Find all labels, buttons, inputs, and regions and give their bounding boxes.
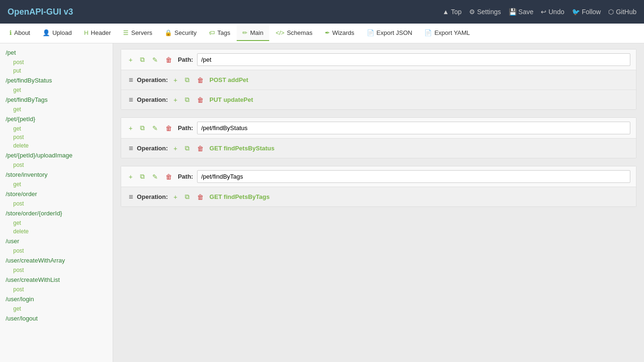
nav-undo[interactable]: ↩ Undo — [541, 8, 564, 16]
sidebar-method-get[interactable]: get — [0, 304, 113, 313]
tab-upload[interactable]: 👤 Upload — [37, 25, 77, 41]
sidebar-method-get[interactable]: get — [0, 86, 113, 94]
tab-security[interactable]: 🔒 Security — [159, 25, 202, 41]
sidebar-method-post[interactable]: post — [0, 266, 113, 274]
sidebar-path-4[interactable]: /pet/{petId}/uploadImage — [0, 150, 113, 161]
path-input[interactable] — [197, 170, 630, 183]
hamburger-icon[interactable]: ≡ — [129, 96, 133, 104]
security-icon: 🔒 — [165, 29, 172, 36]
operation-name: POST addPet — [209, 76, 248, 83]
path-label: Path: — [178, 124, 193, 132]
edit-path-button[interactable]: ✎ — [150, 123, 160, 133]
sidebar-method-delete[interactable]: delete — [0, 141, 113, 150]
tags-icon: 🏷 — [209, 29, 215, 36]
tab-wizards[interactable]: ✒ Wizards — [319, 25, 360, 41]
hamburger-icon[interactable]: ≡ — [129, 76, 133, 84]
gear-icon: ⚙ — [469, 8, 475, 16]
tab-servers[interactable]: ☰ Servers — [117, 25, 158, 41]
sidebar-method-post[interactable]: post — [0, 199, 113, 208]
sidebar-path-6[interactable]: /store/order — [0, 189, 113, 199]
sidebar-path-0[interactable]: /pet — [0, 47, 113, 58]
tab-header[interactable]: H Header — [78, 25, 116, 41]
export-json-icon: 📄 — [367, 29, 374, 36]
path-input[interactable] — [197, 122, 630, 134]
sidebar-method-delete[interactable]: delete — [0, 227, 113, 236]
tab-tags[interactable]: 🏷 Tags — [203, 25, 236, 41]
sidebar-method-post[interactable]: post — [0, 285, 113, 294]
operation-row-0: ≡Operation:+⧉🗑GET findPetsByStatus — [121, 138, 636, 158]
nav-settings[interactable]: ⚙ Settings — [469, 8, 501, 16]
edit-path-button[interactable]: ✎ — [150, 55, 160, 65]
sidebar-method-get[interactable]: get — [0, 105, 113, 114]
top-icon: ▲ — [443, 8, 449, 16]
sidebar-path-3[interactable]: /pet/{petId} — [0, 114, 113, 124]
upload-icon: 👤 — [42, 29, 50, 36]
tab-about[interactable]: ℹ About — [4, 25, 36, 41]
operation-label: Operation: — [137, 96, 168, 103]
tab-export-json[interactable]: 📄 Export JSON — [361, 25, 418, 41]
sidebar-path-2[interactable]: /pet/findByTags — [0, 94, 113, 105]
tab-export-yaml[interactable]: 📄 Export YAML — [419, 25, 475, 41]
add-operation-button[interactable]: + — [172, 95, 179, 105]
add-path-button[interactable]: + — [127, 172, 134, 181]
sidebar-path-12[interactable]: /user/logout — [0, 313, 113, 324]
nav-save[interactable]: 💾 Save — [509, 8, 534, 16]
sidebar-method-get[interactable]: get — [0, 219, 113, 227]
sidebar-method-post[interactable]: post — [0, 133, 113, 141]
sidebar-method-get[interactable]: get — [0, 124, 113, 133]
delete-path-button[interactable]: 🗑 — [164, 172, 174, 181]
delete-operation-button[interactable]: 🗑 — [195, 75, 206, 85]
add-operation-button[interactable]: + — [172, 144, 179, 153]
hamburger-icon[interactable]: ≡ — [129, 144, 133, 153]
tab-main[interactable]: ✏ Main — [237, 25, 269, 41]
delete-operation-button[interactable]: 🗑 — [195, 144, 206, 153]
tab-schemas[interactable]: </> Schemas — [270, 25, 318, 41]
add-operation-button[interactable]: + — [172, 192, 179, 202]
copy-path-button[interactable]: ⧉ — [138, 172, 147, 181]
save-icon: 💾 — [509, 8, 517, 16]
sidebar-path-8[interactable]: /user — [0, 236, 113, 247]
sidebar-path-11[interactable]: /user/login — [0, 294, 113, 304]
nav-follow[interactable]: 🐦 Follow — [572, 8, 601, 16]
path-input[interactable] — [197, 53, 630, 66]
copy-path-button[interactable]: ⧉ — [138, 123, 147, 133]
sidebar-path-5[interactable]: /store/inventory — [0, 169, 113, 180]
copy-operation-button[interactable]: ⧉ — [183, 75, 191, 85]
copy-operation-button[interactable]: ⧉ — [183, 143, 191, 153]
operation-label: Operation: — [137, 145, 168, 152]
sidebar-path-9[interactable]: /user/createWithArray — [0, 255, 113, 266]
delete-path-button[interactable]: 🗑 — [164, 123, 174, 133]
add-operation-button[interactable]: + — [172, 75, 179, 85]
path-label: Path: — [178, 56, 193, 63]
path-block-0: +⧉✎🗑Path:≡Operation:+⧉🗑POST addPet≡Opera… — [121, 49, 636, 110]
sidebar-method-get[interactable]: get — [0, 180, 113, 189]
sidebar-method-put[interactable]: put — [0, 66, 113, 75]
delete-path-button[interactable]: 🗑 — [164, 55, 174, 65]
delete-operation-button[interactable]: 🗑 — [195, 95, 206, 105]
delete-operation-button[interactable]: 🗑 — [195, 192, 206, 202]
nav-links: ▲ Top ⚙ Settings 💾 Save ↩ Undo 🐦 Follow … — [443, 8, 636, 16]
hamburger-icon[interactable]: ≡ — [129, 193, 133, 201]
add-path-button[interactable]: + — [127, 55, 134, 65]
edit-path-button[interactable]: ✎ — [150, 172, 160, 181]
sidebar-method-post[interactable]: post — [0, 247, 113, 255]
add-path-button[interactable]: + — [127, 123, 134, 133]
operation-row-1: ≡Operation:+⧉🗑PUT updatePet — [121, 90, 636, 109]
path-label: Path: — [178, 173, 193, 180]
path-row-2: +⧉✎🗑Path: — [121, 166, 636, 187]
tabbar: ℹ About 👤 Upload H Header ☰ Servers 🔒 Se… — [0, 24, 644, 43]
sidebar-path-10[interactable]: /user/createWithList — [0, 274, 113, 285]
sidebar-method-post[interactable]: post — [0, 58, 113, 66]
copy-path-button[interactable]: ⧉ — [138, 55, 147, 65]
wizards-icon: ✒ — [325, 29, 330, 36]
sidebar-path-1[interactable]: /pet/findByStatus — [0, 75, 113, 86]
copy-operation-button[interactable]: ⧉ — [183, 95, 191, 105]
sidebar-path-7[interactable]: /store/order/{orderId} — [0, 208, 113, 219]
sidebar: /petpostput/pet/findByStatusget/pet/find… — [0, 43, 113, 362]
operation-name: GET findPetsByTags — [209, 193, 270, 200]
copy-operation-button[interactable]: ⧉ — [183, 192, 191, 202]
sidebar-method-post[interactable]: post — [0, 161, 113, 169]
path-block-2: +⧉✎🗑Path:≡Operation:+⧉🗑GET findPetsByTag… — [121, 166, 636, 207]
nav-github[interactable]: ⬡ GitHub — [608, 8, 636, 16]
nav-top[interactable]: ▲ Top — [443, 8, 462, 16]
